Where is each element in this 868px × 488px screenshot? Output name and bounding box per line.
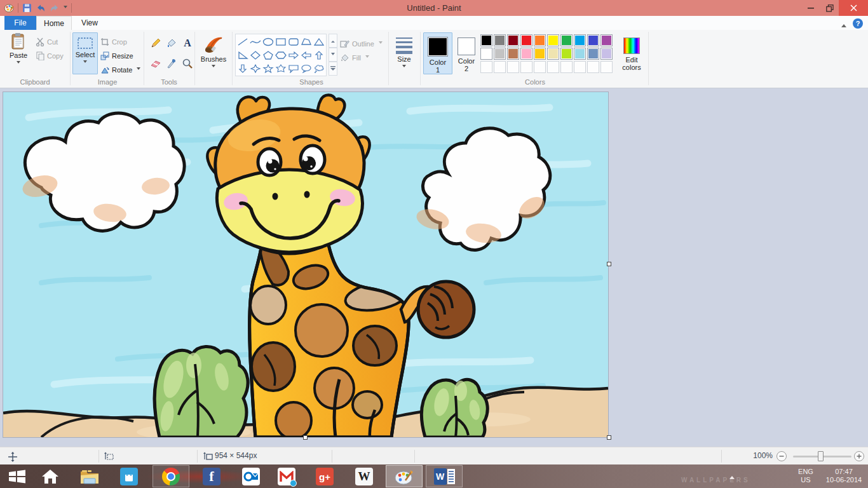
taskbar-start-button[interactable] xyxy=(8,467,27,486)
paint-canvas[interactable] xyxy=(3,92,608,437)
palette-color[interactable] xyxy=(574,34,586,46)
taskbar-paint-icon[interactable] xyxy=(395,467,414,486)
shape-right-arrow[interactable] xyxy=(287,48,300,62)
palette-color[interactable] xyxy=(560,34,573,46)
palette-empty-slot[interactable] xyxy=(560,61,573,73)
canvas-resize-handle-right[interactable] xyxy=(607,262,611,266)
taskbar-chrome-icon[interactable] xyxy=(161,467,180,486)
tab-home[interactable]: Home xyxy=(36,16,72,30)
text-tool[interactable]: A xyxy=(180,36,194,50)
shapes-more-button[interactable] xyxy=(329,62,337,76)
collapse-ribbon-icon[interactable] xyxy=(841,22,846,27)
resize-button[interactable]: Resize xyxy=(100,50,133,62)
palette-color[interactable] xyxy=(547,34,559,46)
palette-color[interactable] xyxy=(494,48,506,60)
close-button[interactable] xyxy=(839,0,868,16)
shape-left-arrow[interactable] xyxy=(300,48,313,62)
pencil-tool[interactable] xyxy=(149,36,163,50)
tray-language[interactable]: ENG US xyxy=(793,464,818,488)
zoom-in-button[interactable] xyxy=(854,451,864,461)
brushes-button[interactable]: Brushes xyxy=(197,32,230,74)
palette-empty-slot[interactable] xyxy=(480,61,492,73)
shape-up-arrow[interactable] xyxy=(313,48,325,62)
shape-four-point-star[interactable] xyxy=(249,62,262,75)
palette-color[interactable] xyxy=(600,34,613,46)
palette-empty-slot[interactable] xyxy=(600,61,613,73)
palette-color[interactable] xyxy=(587,48,599,60)
size-button[interactable]: Size xyxy=(390,32,418,74)
eraser-tool[interactable] xyxy=(149,57,163,71)
shape-pentagon[interactable] xyxy=(262,48,275,62)
palette-empty-slot[interactable] xyxy=(547,61,559,73)
palette-color[interactable] xyxy=(560,48,573,60)
shape-oval-callout[interactable] xyxy=(300,62,313,75)
zoom-slider-handle[interactable] xyxy=(818,451,824,461)
shape-diamond[interactable] xyxy=(249,48,262,62)
paste-button[interactable]: Paste xyxy=(4,32,33,74)
palette-color[interactable] xyxy=(534,34,546,46)
taskbar-word-icon[interactable]: W xyxy=(435,467,454,486)
palette-color[interactable] xyxy=(547,48,559,60)
palette-empty-slot[interactable] xyxy=(574,61,586,73)
shape-down-arrow[interactable] xyxy=(236,62,249,75)
palette-empty-slot[interactable] xyxy=(520,61,532,73)
shape-six-point-star[interactable] xyxy=(275,62,287,75)
palette-color[interactable] xyxy=(494,34,506,46)
restore-button[interactable] xyxy=(820,0,839,16)
tab-view[interactable]: View xyxy=(72,16,107,30)
taskbar-google-plus-icon[interactable]: g+ xyxy=(315,467,334,486)
canvas-resize-handle-corner[interactable] xyxy=(607,435,611,440)
shape-line[interactable] xyxy=(236,35,249,48)
palette-empty-slot[interactable] xyxy=(534,61,546,73)
palette-color[interactable] xyxy=(507,34,519,46)
color-picker-tool[interactable] xyxy=(165,57,179,71)
shape-curve[interactable] xyxy=(249,35,262,48)
shape-polygon[interactable] xyxy=(300,35,313,48)
palette-color[interactable] xyxy=(600,48,613,60)
taskbar-store-icon[interactable] xyxy=(119,467,139,486)
taskbar-file-explorer-icon[interactable] xyxy=(80,467,99,486)
taskbar-gmail-icon[interactable] xyxy=(277,467,296,486)
taskbar-home-icon[interactable] xyxy=(41,467,60,486)
palette-empty-slot[interactable] xyxy=(507,61,519,73)
palette-color[interactable] xyxy=(534,48,546,60)
crop-button[interactable]: Crop xyxy=(100,36,127,48)
palette-color[interactable] xyxy=(574,48,586,60)
canvas-resize-handle-bottom[interactable] xyxy=(303,435,308,440)
cut-button[interactable]: Cut xyxy=(36,36,58,48)
shape-rounded-callout[interactable] xyxy=(287,62,300,75)
shape-hexagon[interactable] xyxy=(275,48,287,62)
shape-right-triangle[interactable] xyxy=(236,48,249,62)
palette-color[interactable] xyxy=(520,34,532,46)
tray-clock[interactable]: 07:47 10-06-2014 xyxy=(823,464,865,488)
zoom-out-button[interactable] xyxy=(776,451,787,461)
magnifier-tool[interactable] xyxy=(180,57,194,71)
palette-color[interactable] xyxy=(480,48,492,60)
color1-button[interactable]: Color1 xyxy=(423,32,452,74)
minimize-button[interactable] xyxy=(802,0,820,16)
palette-color[interactable] xyxy=(507,48,519,60)
palette-color[interactable] xyxy=(480,34,492,46)
tab-file[interactable]: File xyxy=(4,16,36,30)
shape-cloud-callout[interactable] xyxy=(313,62,325,75)
shape-rectangle[interactable] xyxy=(275,35,287,48)
outline-button[interactable]: Outline xyxy=(340,37,383,50)
taskbar-outlook-icon[interactable] xyxy=(241,467,261,486)
palette-color[interactable] xyxy=(587,34,599,46)
shape-five-point-star[interactable] xyxy=(262,62,275,75)
palette-color[interactable] xyxy=(520,48,532,60)
shape-triangle[interactable] xyxy=(313,35,325,48)
shape-ellipse[interactable] xyxy=(262,35,275,48)
edit-colors-button[interactable]: Editcolors xyxy=(616,32,647,74)
help-icon[interactable]: ? xyxy=(853,18,863,29)
shapes-scroll-up[interactable] xyxy=(329,34,337,48)
shape-rounded-rectangle[interactable] xyxy=(287,35,300,48)
copy-button[interactable]: Copy xyxy=(36,50,64,62)
color2-button[interactable]: Color2 xyxy=(454,32,479,74)
palette-empty-slot[interactable] xyxy=(494,61,506,73)
shapes-scroll-down[interactable] xyxy=(329,48,337,62)
taskbar-wikipedia-icon[interactable]: W xyxy=(355,467,374,486)
fill-tool[interactable] xyxy=(165,36,179,50)
taskbar-facebook-icon[interactable]: f xyxy=(202,467,221,486)
fill-button[interactable]: Fill xyxy=(340,51,369,64)
